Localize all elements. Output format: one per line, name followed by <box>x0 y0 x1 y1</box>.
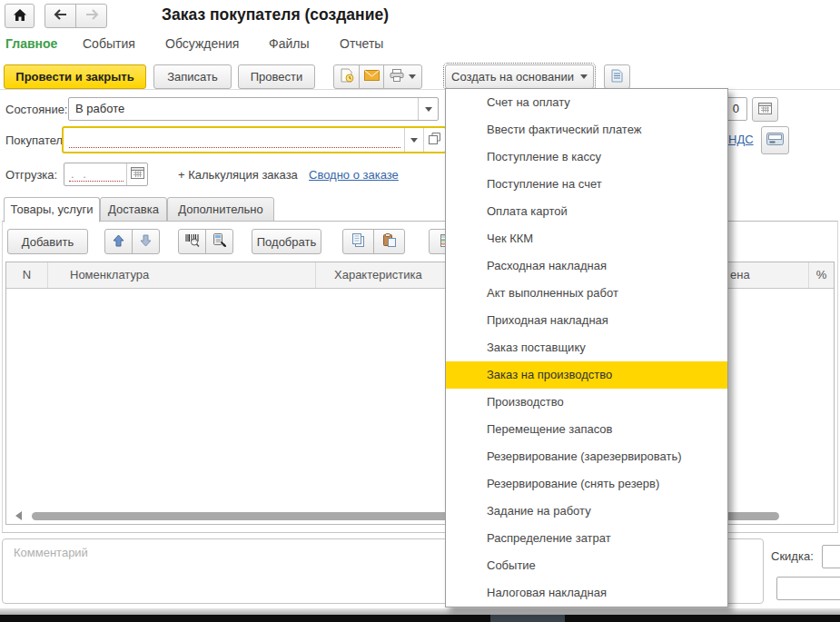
column-number[interactable]: N <box>6 262 48 288</box>
calendar-icon <box>758 103 772 117</box>
reports-document-button[interactable] <box>604 64 630 89</box>
state-value: В работе <box>69 98 418 120</box>
discount-label: Скидка: <box>771 549 814 563</box>
menu-item-event[interactable]: Событие <box>446 552 727 579</box>
print-button[interactable] <box>383 64 422 89</box>
arrow-left-icon <box>54 9 68 23</box>
customer-dropdown-cell[interactable] <box>404 128 423 152</box>
nav-discussions[interactable]: Обсуждения <box>165 36 239 51</box>
chevron-down-icon <box>409 74 416 79</box>
toolbar-icon-group <box>333 64 422 89</box>
vat-link[interactable]: НДС <box>728 133 754 146</box>
shipment-calendar-cell[interactable] <box>126 163 147 185</box>
arrow-right-icon <box>84 9 99 23</box>
chevron-down-icon <box>425 107 432 112</box>
post-button[interactable]: Провести <box>238 64 315 89</box>
menu-item-work-task[interactable]: Задание на работу <box>446 498 727 525</box>
menu-item-production-order[interactable]: Заказ на производство <box>446 361 727 389</box>
tab-goods-services[interactable]: Товары, услуги <box>4 197 100 222</box>
menu-item-receipt-invoice[interactable]: Приходная накладная <box>446 307 727 334</box>
postpone-document-button[interactable] <box>333 64 360 89</box>
customer-field[interactable] <box>62 126 447 153</box>
payment-terminal-button[interactable] <box>761 126 789 154</box>
menu-item-completed-works-act[interactable]: Акт выполненных работ <box>446 280 727 307</box>
calendar-icon <box>131 167 144 182</box>
chevron-down-icon <box>580 74 588 79</box>
document-lines-icon <box>611 69 623 85</box>
forward-button[interactable] <box>75 4 107 28</box>
page-title: Заказ покупателя (создание) <box>162 5 389 25</box>
menu-item-cost-allocation[interactable]: Распределение затрат <box>446 525 727 552</box>
open-icon <box>429 133 440 147</box>
menu-item-enter-actual-payment[interactable]: Ввести фактический платеж <box>446 116 727 143</box>
move-row-group <box>104 229 160 254</box>
pick-items-button[interactable]: Подобрать <box>252 229 321 254</box>
scrollbar-left-arrow[interactable] <box>15 511 22 520</box>
clipboard-group <box>342 229 405 254</box>
menu-item-kkm-check[interactable]: Чек ККМ <box>446 225 727 252</box>
document-clock-icon <box>340 68 354 85</box>
nav-files[interactable]: Файлы <box>269 36 309 51</box>
column-price[interactable]: ена <box>719 262 809 288</box>
copy-icon <box>351 233 365 250</box>
menu-item-reserve[interactable]: Резервирование (зарезервировать) <box>446 443 727 470</box>
customer-input[interactable] <box>64 128 404 152</box>
discount-input[interactable] <box>822 545 840 568</box>
arrow-up-icon <box>113 234 124 250</box>
state-label: Состояние: <box>5 103 67 116</box>
barcode-group <box>178 229 233 254</box>
menu-item-supplier-order[interactable]: Заказ поставщику <box>446 334 727 361</box>
menu-item-cash-receipt[interactable]: Поступление в кассу <box>446 143 727 171</box>
bottom-bar <box>0 615 840 622</box>
data-terminal-button[interactable] <box>205 229 233 254</box>
tab-delivery[interactable]: Доставка <box>100 197 167 222</box>
arrow-down-icon <box>140 234 152 250</box>
customer-open-cell[interactable] <box>423 128 445 152</box>
order-calculation-link[interactable]: + Калькуляция заказа <box>178 168 298 182</box>
paste-rows-button[interactable] <box>373 229 405 254</box>
tab-additional[interactable]: Дополнительно <box>167 197 274 222</box>
menu-item-production[interactable]: Производство <box>446 389 727 416</box>
nav-events[interactable]: События <box>83 36 135 51</box>
add-row-button[interactable]: Добавить <box>7 229 88 254</box>
menu-item-invoice-for-payment[interactable]: Счет на оплату <box>446 89 727 116</box>
back-button[interactable] <box>44 4 76 28</box>
date-picker-button[interactable] <box>752 97 778 122</box>
order-summary-link[interactable]: Сводно о заказе <box>309 168 399 182</box>
home-button[interactable] <box>5 4 35 28</box>
envelope-icon <box>364 70 380 84</box>
shipment-label: Отгрузка: <box>5 168 57 182</box>
terminal-device-icon <box>212 233 227 250</box>
column-percent[interactable]: % <box>809 262 834 288</box>
menu-item-unreserve[interactable]: Резервирование (снять резерв) <box>446 470 727 498</box>
create-based-on-menu: Счет на оплату Ввести фактический платеж… <box>445 88 728 607</box>
paste-icon <box>382 233 396 250</box>
write-button[interactable]: Записать <box>153 64 232 89</box>
app-window: Заказ покупателя (создание) Главное Собы… <box>0 0 840 622</box>
menu-item-card-payment[interactable]: Оплата картой <box>446 198 727 225</box>
total-input[interactable] <box>776 577 840 600</box>
post-and-close-button[interactable]: Провести и закрыть <box>4 64 146 89</box>
menu-item-stock-transfer[interactable]: Перемещение запасов <box>446 416 727 443</box>
menu-item-bank-receipt[interactable]: Поступление на счет <box>446 171 727 198</box>
column-nomenclature[interactable]: Номенклатура <box>48 262 316 288</box>
copy-rows-button[interactable] <box>342 229 374 254</box>
send-email-button[interactable] <box>359 64 384 89</box>
shipment-date-value[interactable]: . . <box>64 163 126 185</box>
window-bottom-edge <box>0 608 840 615</box>
nav-main[interactable]: Главное <box>5 36 57 51</box>
shipment-date-field[interactable]: . . <box>64 163 148 186</box>
bottom-bar-segment <box>490 615 565 622</box>
create-based-on-button[interactable]: Создать на основании <box>445 64 594 89</box>
create-based-on-label: Создать на основании <box>451 70 574 84</box>
move-down-button[interactable] <box>132 229 160 254</box>
barcode-search-button[interactable] <box>178 229 206 254</box>
move-up-button[interactable] <box>104 229 133 254</box>
state-dropdown-cell[interactable] <box>418 98 438 120</box>
nav-reports[interactable]: Отчеты <box>340 36 383 51</box>
state-combobox[interactable]: В работе <box>68 97 439 121</box>
menu-item-expense-invoice[interactable]: Расходная накладная <box>446 252 727 280</box>
history-nav <box>44 4 107 28</box>
menu-item-tax-invoice[interactable]: Налоговая накладная <box>446 579 727 607</box>
chevron-down-icon <box>410 138 418 143</box>
